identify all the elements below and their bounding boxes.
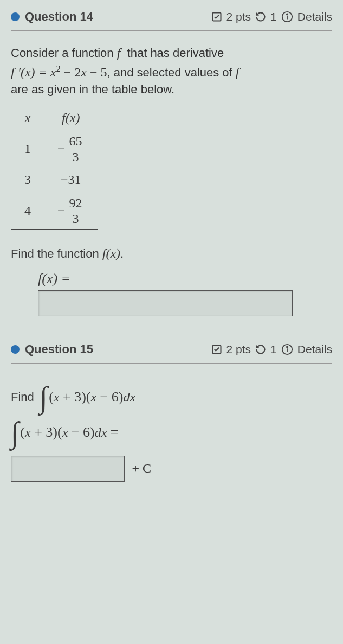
status-dot-icon [11, 345, 20, 354]
x-cell: 4 [11, 192, 44, 229]
prompt-text: are as given in the table below. [11, 82, 174, 96]
table-header-fx: f(x) [62, 111, 80, 125]
table-header-row: x f(x) [11, 106, 98, 130]
question-meta: 2 pts 1 Details [211, 10, 332, 23]
question-title-group: Question 15 [11, 342, 93, 356]
table-row: 3 −31 [11, 168, 98, 192]
points-label: 2 pts [226, 10, 251, 23]
fx-cell: −923 [44, 192, 98, 229]
prompt-text: , and selected values of [107, 66, 236, 79]
question-title: Question 15 [25, 342, 93, 356]
integral-icon: ∫ [11, 420, 19, 445]
prompt-text: that has derivative [124, 46, 224, 60]
retry-icon [255, 11, 266, 22]
info-icon[interactable] [281, 343, 293, 355]
fn-symbol: f [117, 46, 121, 60]
x-cell: 3 [11, 168, 44, 192]
fn-symbol: f(x) [102, 246, 120, 260]
retry-icon [255, 344, 266, 355]
question-meta: 2 pts 1 Details [211, 343, 332, 356]
question-header: Question 15 2 pts 1 [11, 342, 332, 364]
details-link[interactable]: Details [297, 343, 332, 356]
table-row: 4 −923 [11, 192, 98, 229]
table-header-x: x [25, 111, 31, 125]
answer-input[interactable] [38, 290, 293, 316]
integrand: (x + 3)(x − 6)dx [49, 389, 135, 405]
table-row: 1 −653 [11, 130, 98, 168]
prompt-text: Consider a function [11, 46, 117, 60]
fx-cell: −653 [44, 130, 98, 168]
integral-icon: ∫ [40, 385, 48, 410]
answer-row: + C [11, 456, 332, 482]
answer-label: f(x) = [38, 271, 332, 287]
attempts-label: 1 [270, 343, 277, 356]
svg-point-7 [287, 346, 288, 347]
answer-input[interactable] [11, 456, 125, 482]
question-prompt: Consider a function f that has derivativ… [11, 44, 332, 98]
question-15: Question 15 2 pts 1 [0, 333, 343, 498]
fx-cell: −31 [44, 168, 98, 192]
answer-integral-row: ∫ (x + 3)(x − 6)dx = [11, 420, 332, 445]
plus-c-label: + C [132, 461, 152, 475]
attempts-label: 1 [270, 10, 277, 23]
question-header: Question 14 2 pts 1 [11, 10, 332, 31]
values-table: x f(x) 1 −653 3 −31 4 −923 [11, 106, 98, 230]
question-title-group: Question 14 [11, 10, 93, 24]
check-icon [211, 11, 222, 22]
details-link[interactable]: Details [297, 10, 332, 23]
x-cell: 1 [11, 130, 44, 168]
find-integral-row: Find ∫ (x + 3)(x − 6)dx [11, 385, 332, 410]
fn-symbol: f [236, 65, 240, 79]
derivative-lhs: f ′(x) = [11, 65, 50, 79]
prompt-text: . [120, 247, 124, 260]
find-label: Find [11, 390, 34, 404]
find-prompt: Find the function f(x). [11, 246, 332, 261]
status-dot-icon [11, 12, 20, 21]
check-icon [211, 344, 222, 355]
points-label: 2 pts [226, 343, 251, 356]
answer-block: f(x) = [38, 271, 332, 316]
question-title: Question 14 [25, 10, 93, 24]
integrand-eq: (x + 3)(x − 6)dx = [20, 424, 118, 441]
svg-point-3 [287, 14, 288, 15]
info-icon[interactable] [281, 11, 293, 23]
question-14: Question 14 2 pts 1 [0, 0, 343, 333]
prompt-text: Find the function [11, 247, 102, 260]
